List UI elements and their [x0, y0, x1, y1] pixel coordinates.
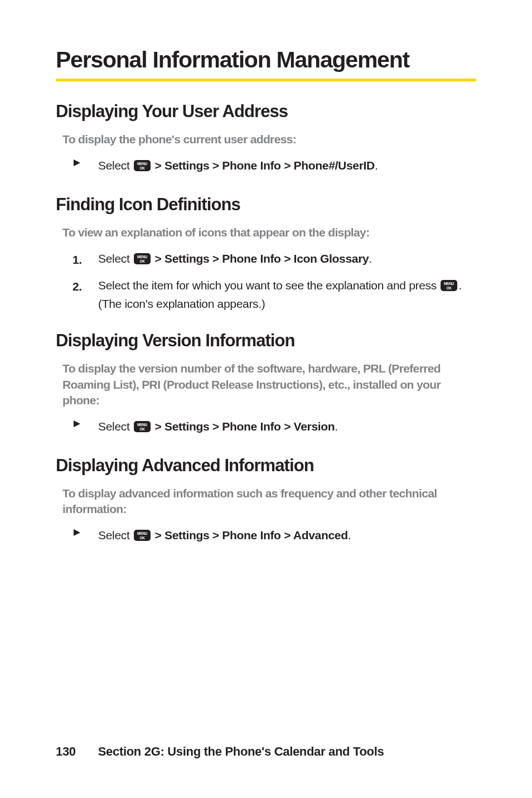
step-path: > Settings > Phone Info > Version — [152, 420, 335, 433]
step-path: > Settings > Phone Info > Advanced — [152, 529, 348, 541]
step-post: . — [335, 420, 338, 433]
step-text: Select — [98, 420, 133, 433]
heading-advanced-info: Displaying Advanced Information — [56, 456, 476, 476]
svg-text:MENU: MENU — [137, 531, 147, 535]
step-text: Select — [98, 252, 133, 265]
svg-text:MENU: MENU — [444, 282, 454, 286]
menu-ok-key-icon: MENUOK — [134, 159, 151, 175]
step-text: Select — [98, 529, 133, 541]
section-user-address: Displaying Your User Address To display … — [56, 101, 476, 176]
step-number: 2. — [72, 277, 98, 294]
bullet-arrow-icon — [72, 527, 98, 537]
page-number: 130 — [56, 744, 76, 759]
heading-icon-definitions: Finding Icon Definitions — [56, 195, 476, 215]
step-user-address-1: Select MENUOK > Settings > Phone Info > … — [72, 157, 476, 175]
bullet-arrow-icon — [72, 418, 98, 428]
svg-text:MENU: MENU — [137, 255, 147, 259]
footer-section-label: Section 2G: Using the Phone's Calendar a… — [98, 744, 384, 759]
step-path: > Settings > Phone Info > Phone#/UserID — [152, 159, 375, 172]
step-icon-1: 1. Select MENUOK > Settings > Phone Info… — [72, 250, 476, 268]
lead-advanced-info: To display advanced information such as … — [56, 486, 476, 518]
svg-marker-0 — [74, 159, 80, 166]
svg-text:MENU: MENU — [137, 162, 147, 166]
step-version-1: Select MENUOK > Settings > Phone Info > … — [72, 418, 476, 436]
svg-text:OK: OK — [139, 259, 145, 263]
menu-ok-key-icon: MENUOK — [134, 420, 151, 436]
page-footer: 130 Section 2G: Using the Phone's Calend… — [56, 744, 384, 759]
step-post: . — [375, 159, 378, 172]
step-post: . — [348, 529, 351, 541]
menu-ok-key-icon: MENUOK — [441, 279, 457, 295]
step-text: Select — [98, 159, 133, 172]
bullet-arrow-icon — [72, 157, 98, 167]
section-icon-definitions: Finding Icon Definitions To view an expl… — [56, 195, 476, 312]
lead-icon-definitions: To view an explanation of icons that app… — [56, 225, 476, 240]
svg-marker-10 — [74, 420, 80, 427]
svg-marker-14 — [74, 529, 80, 536]
section-advanced-info: Displaying Advanced Information To displ… — [56, 456, 476, 545]
svg-text:OK: OK — [447, 286, 452, 290]
svg-text:OK: OK — [139, 536, 145, 540]
menu-ok-key-icon: MENUOK — [134, 252, 151, 268]
step-icon-2: 2. Select the item for which you want to… — [72, 277, 476, 312]
step-number: 1. — [72, 250, 98, 268]
lead-user-address: To display the phone's current user addr… — [56, 132, 476, 147]
step-post: . — [369, 252, 372, 265]
step-path: > Settings > Phone Info > Icon Glossary — [152, 252, 369, 265]
svg-text:OK: OK — [139, 427, 145, 431]
heading-version-info: Displaying Version Information — [56, 331, 476, 351]
step-advanced-1: Select MENUOK > Settings > Phone Info > … — [72, 527, 476, 545]
menu-ok-key-icon: MENUOK — [134, 529, 151, 545]
heading-user-address: Displaying Your User Address — [56, 101, 476, 122]
section-version-info: Displaying Version Information To displa… — [56, 331, 476, 436]
step-text: Select the item for which you want to se… — [98, 279, 439, 292]
page-title: Personal Information Management — [56, 47, 476, 81]
lead-version-info: To display the version number of the sof… — [56, 361, 476, 408]
svg-text:OK: OK — [139, 166, 145, 170]
svg-text:MENU: MENU — [137, 423, 147, 427]
